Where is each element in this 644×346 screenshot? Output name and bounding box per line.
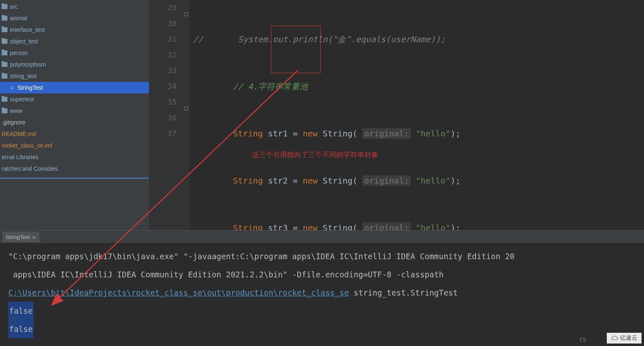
folder-icon	[2, 16, 7, 21]
tree-item-interface-test[interactable]: interface_test	[0, 24, 149, 36]
cloud-icon	[611, 335, 618, 341]
folder-icon	[2, 27, 7, 32]
watermark-badge: 亿速云	[607, 333, 642, 344]
tree-item-supertest[interactable]: supertest	[0, 93, 149, 105]
run-tab-stringtest[interactable]: StringTest ×	[2, 232, 39, 242]
tree-item-stringtest-class[interactable]: CStringTest	[0, 82, 149, 93]
tree-item-string-test[interactable]: string_test	[0, 70, 149, 82]
fold-marker-icon[interactable]	[184, 12, 188, 16]
output-false-1: false	[8, 302, 34, 320]
tree-item-person[interactable]: person	[0, 47, 149, 59]
code-line-29[interactable]: // System.out.println("金".equals(userNam…	[193, 31, 644, 47]
tree-item-www[interactable]: www	[0, 105, 149, 117]
tree-item-external-libraries[interactable]: ernal Libraries	[0, 151, 149, 163]
output-false-2: false	[8, 320, 34, 338]
class-icon: C	[9, 85, 15, 91]
folder-icon	[2, 39, 7, 44]
tree-item-polymorphism[interactable]: polymorphism	[0, 59, 149, 70]
run-tool-window[interactable]: StringTest × "C:\program apps\jdk17\bin\…	[0, 230, 644, 346]
line-number-gutter: 29 30 31 32 33 34 35 36 37	[149, 0, 184, 230]
run-tabs: StringTest ×	[0, 231, 644, 243]
project-tree[interactable]: src animal interface_test object_test pe…	[0, 0, 149, 230]
fold-column[interactable]	[184, 0, 190, 230]
folder-icon	[2, 62, 7, 67]
fold-marker-icon[interactable]	[184, 107, 188, 110]
code-editor[interactable]: 29 30 31 32 33 34 35 36 37 // System.out…	[149, 0, 644, 230]
code-line-32[interactable]: String str2 = new String( original: "hel…	[193, 173, 644, 189]
tree-item-iml[interactable]: rocket_class_se.iml	[0, 140, 149, 151]
tree-item-animal[interactable]: animal	[0, 12, 149, 24]
tree-item-readme[interactable]: README.md	[0, 128, 149, 140]
folder-icon	[2, 108, 7, 113]
folder-icon	[2, 74, 7, 79]
annotation-text: 这三个引用指向了三个不同的字符串对象	[252, 147, 378, 163]
close-icon[interactable]: ×	[32, 234, 36, 241]
code-line-30[interactable]: // 4.字符串常量池	[193, 79, 644, 94]
tree-item-src[interactable]: src	[0, 1, 149, 12]
tree-item-gitignore[interactable]: .gitignore	[0, 117, 149, 128]
folder-icon	[2, 97, 7, 102]
watermark-cs: CS	[579, 336, 586, 343]
code-line-33[interactable]: String str3 = new String( original: "hel…	[193, 220, 644, 230]
tree-item-object-test[interactable]: object_test	[0, 36, 149, 47]
classpath-link[interactable]: C:\Users\bit\IdeaProjects\rocket_class_s…	[8, 288, 349, 297]
console-output[interactable]: "C:\program apps\jdk17\bin\java.exe" "-j…	[0, 243, 644, 346]
folder-icon	[2, 50, 7, 55]
folder-icon	[2, 4, 7, 9]
code-text-area[interactable]: // System.out.println("金".equals(userNam…	[190, 0, 644, 230]
sidebar-divider	[0, 178, 149, 179]
code-line-31[interactable]: String str1 = new String( original: "hel…	[193, 126, 644, 141]
tree-item-scratches[interactable]: ratches and Consoles	[0, 163, 149, 174]
